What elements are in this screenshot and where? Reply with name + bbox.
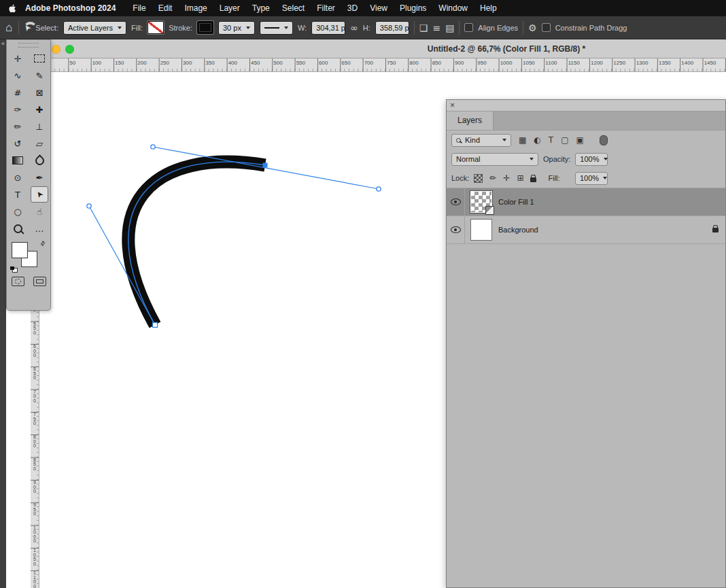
- eraser-tool[interactable]: ▱: [31, 135, 48, 152]
- menu-item-layer[interactable]: Layer: [213, 3, 246, 13]
- fill-dropdown[interactable]: 100%: [575, 172, 608, 185]
- blur-icon: [33, 154, 46, 167]
- collapse-panels-icon[interactable]: «: [1, 39, 5, 48]
- toolbar-grip[interactable]: [7, 40, 50, 50]
- menu-item-image[interactable]: Image: [178, 3, 213, 13]
- height-label: H:: [363, 24, 370, 32]
- link-dimensions-icon[interactable]: ∞: [350, 22, 358, 33]
- menu-item-select[interactable]: Select: [276, 3, 311, 13]
- menu-item-window[interactable]: Window: [432, 3, 474, 13]
- layer-row-background[interactable]: Background: [447, 216, 725, 244]
- menu-item-plugins[interactable]: Plugins: [394, 3, 432, 13]
- menu-item-file[interactable]: File: [126, 3, 152, 13]
- shape-width-field[interactable]: 304,31 px: [311, 21, 345, 35]
- current-tool-button[interactable]: ➤: [24, 23, 31, 33]
- lock-position-icon[interactable]: ✛: [503, 173, 510, 183]
- layer-row-color-fill-1[interactable]: Color Fill 1: [447, 188, 725, 216]
- shape-height-value: 358,59 px: [380, 24, 409, 32]
- menubar: Adobe Photoshop 2024 FileEditImageLayerT…: [0, 0, 726, 16]
- layer-thumbnail[interactable]: [470, 219, 492, 241]
- menu-item-type[interactable]: Type: [246, 3, 276, 13]
- gradient-tool[interactable]: [9, 152, 27, 169]
- brush-tool[interactable]: ✏: [9, 118, 27, 135]
- ruler-h-label: 250: [160, 60, 169, 66]
- filter-icons: ▦◐T▢▣: [519, 135, 608, 145]
- type-layer-filter-icon[interactable]: T: [549, 135, 553, 145]
- spot-healing-tool[interactable]: ✚: [31, 101, 48, 118]
- swap-colors-icon[interactable]: ⇄: [39, 239, 47, 247]
- ruler-h-label: 100: [92, 60, 101, 66]
- pen-tool[interactable]: ✒: [31, 169, 48, 186]
- visibility-toggle[interactable]: [447, 188, 465, 215]
- filter-toggle-icon[interactable]: [600, 135, 608, 145]
- stroke-swatch-black[interactable]: [197, 21, 213, 34]
- menu-item-help[interactable]: Help: [474, 3, 503, 13]
- shape-layer-filter-icon[interactable]: ▢: [561, 135, 568, 145]
- blend-mode-dropdown[interactable]: Normal: [451, 153, 538, 166]
- path-selection-tool[interactable]: ➤: [31, 186, 48, 203]
- ruler-h-label: 650: [341, 60, 350, 66]
- layers-panel-header[interactable]: ×: [447, 100, 725, 111]
- filter-kind-dropdown[interactable]: Kind: [451, 134, 511, 147]
- ruler-h-label: 300: [183, 60, 192, 66]
- crop-tool[interactable]: #: [9, 84, 27, 101]
- lock-transparent-pixels-icon[interactable]: [474, 174, 483, 183]
- select-mode-value: Active Layers: [68, 24, 113, 32]
- blur-tool[interactable]: [31, 152, 48, 169]
- pixel-layer-filter-icon[interactable]: ▦: [519, 135, 526, 145]
- path-arrangement-icon[interactable]: ▤: [445, 22, 454, 33]
- select-mode-dropdown[interactable]: Active Layers: [63, 21, 126, 35]
- smart-object-filter-icon[interactable]: ▣: [576, 135, 584, 145]
- zoom-tool[interactable]: [9, 220, 27, 237]
- history-brush-tool[interactable]: ↺: [9, 135, 27, 152]
- ellipse-shape-icon: ○: [14, 207, 21, 217]
- shape-height-field[interactable]: 358,59 px: [375, 21, 409, 35]
- quick-mask-button[interactable]: [12, 277, 24, 286]
- lasso-tool[interactable]: ∿: [9, 67, 27, 84]
- apple-menu-icon[interactable]: [8, 3, 17, 14]
- lock-paint-icon[interactable]: ✏: [489, 173, 496, 183]
- lock-artboard-icon[interactable]: ⊞: [517, 173, 523, 183]
- default-colors-icon[interactable]: [10, 266, 18, 273]
- menu-item-edit[interactable]: Edit: [152, 3, 179, 13]
- lock-all-icon[interactable]: [530, 177, 536, 182]
- frame-tool[interactable]: ⊠: [31, 84, 48, 101]
- menu-item-filter[interactable]: Filter: [311, 3, 341, 13]
- frame-icon: ⊠: [36, 88, 44, 98]
- divider: [523, 21, 523, 35]
- tab-layers[interactable]: Layers: [447, 111, 494, 130]
- opacity-dropdown[interactable]: 100%: [575, 153, 608, 166]
- marquee-tool[interactable]: [31, 50, 48, 67]
- constrain-path-drag-checkbox[interactable]: [542, 23, 551, 32]
- path-alignment-icon[interactable]: ≡: [432, 22, 440, 33]
- clone-stamp-tool[interactable]: ⊥: [31, 118, 48, 135]
- horizontal-ruler[interactable]: 5010015020025030035040045050055060065070…: [31, 58, 726, 72]
- hand-tool[interactable]: ☝: [31, 203, 48, 220]
- type-tool[interactable]: T: [9, 186, 27, 203]
- ellipse-shape-tool[interactable]: ○: [9, 203, 27, 220]
- gear-icon[interactable]: ⚙: [528, 22, 537, 33]
- eyedropper-tool[interactable]: ✑: [9, 101, 27, 118]
- quick-selection-tool[interactable]: ✎: [31, 67, 48, 84]
- screen-mode-button[interactable]: [33, 277, 46, 286]
- adjustment-layer-filter-icon[interactable]: ◐: [534, 135, 540, 145]
- menu-item-view[interactable]: View: [364, 3, 394, 13]
- align-edges-checkbox[interactable]: [464, 23, 473, 32]
- path-selection-icon: ➤: [33, 189, 45, 200]
- home-icon[interactable]: ⌂: [5, 22, 12, 33]
- dodge-tool[interactable]: ⊙: [9, 169, 27, 186]
- more-options-tool[interactable]: …: [31, 220, 48, 237]
- document-titlebar[interactable]: Untitled-2 @ 66,7% (Color Fill 1, RGB/8)…: [31, 39, 726, 58]
- fill-swatch-none[interactable]: [148, 21, 164, 34]
- menu-item-3d[interactable]: 3D: [341, 3, 364, 13]
- stroke-width-dropdown[interactable]: 30 px: [218, 21, 255, 35]
- app-menu[interactable]: Adobe Photoshop 2024: [25, 3, 116, 13]
- foreground-color-swatch[interactable]: [12, 242, 28, 258]
- close-icon[interactable]: ×: [450, 101, 455, 109]
- visibility-toggle[interactable]: [447, 216, 465, 243]
- ruler-v-label: 750: [31, 413, 38, 426]
- move-tool[interactable]: ✛: [9, 50, 27, 67]
- layer-thumbnail[interactable]: [470, 191, 492, 213]
- path-operations-icon[interactable]: ❏: [419, 22, 428, 33]
- stroke-type-dropdown[interactable]: [260, 21, 293, 35]
